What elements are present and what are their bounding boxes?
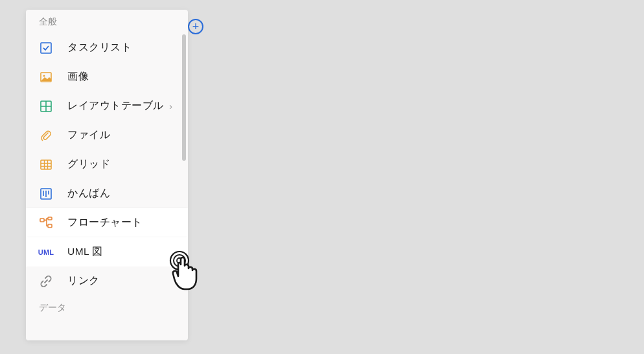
link-icon	[39, 274, 53, 289]
svg-rect-0	[41, 43, 51, 53]
table-grid-icon	[39, 99, 53, 113]
section-header-general: 全般	[26, 10, 188, 33]
menu-item-flowchart[interactable]: フローチャート	[26, 208, 188, 237]
menu-item-label: かんばん	[67, 187, 175, 200]
menu-item-label: グリッド	[67, 158, 175, 171]
menu-item-tasklist[interactable]: タスクリスト	[26, 33, 188, 62]
menu-inner: 全般 タスクリスト 画像 レイアウトテーブル ›	[26, 10, 188, 340]
scrollbar[interactable]	[182, 34, 186, 161]
menu-item-grid[interactable]: グリッド	[26, 150, 188, 179]
section-header-data: データ	[26, 296, 188, 319]
paperclip-icon	[39, 128, 53, 143]
menu-item-label: レイアウトテーブル	[67, 99, 169, 113]
image-icon	[39, 70, 53, 84]
menu-item-link[interactable]: リンク	[26, 266, 188, 296]
svg-rect-16	[48, 217, 52, 220]
chevron-right-icon: ›	[169, 101, 172, 112]
menu-item-file[interactable]: ファイル	[26, 121, 188, 150]
uml-icon: UML	[39, 245, 53, 259]
menu-item-uml[interactable]: UML UML 図	[26, 237, 188, 266]
menu-item-label: タスクリスト	[67, 41, 175, 54]
grid-icon	[39, 158, 53, 172]
menu-item-kanban[interactable]: かんばん	[26, 179, 188, 208]
menu-item-label: フローチャート	[67, 216, 175, 230]
svg-rect-17	[48, 224, 52, 228]
svg-point-2	[43, 75, 45, 77]
add-button[interactable]: +	[188, 19, 203, 34]
menu-item-image[interactable]: 画像	[26, 62, 188, 91]
svg-rect-6	[41, 160, 51, 169]
plus-icon: +	[192, 21, 200, 32]
insert-menu: 全般 タスクリスト 画像 レイアウトテーブル ›	[26, 10, 188, 340]
menu-item-label: ファイル	[67, 128, 175, 142]
menu-item-label: 画像	[67, 70, 175, 84]
flowchart-icon	[39, 216, 53, 230]
menu-item-label: UML 図	[67, 245, 175, 259]
kanban-icon	[39, 187, 53, 201]
svg-rect-15	[40, 218, 44, 222]
menu-item-label: リンク	[67, 274, 175, 288]
checkbox-icon	[39, 41, 53, 55]
menu-item-layout-table[interactable]: レイアウトテーブル ›	[26, 91, 188, 121]
